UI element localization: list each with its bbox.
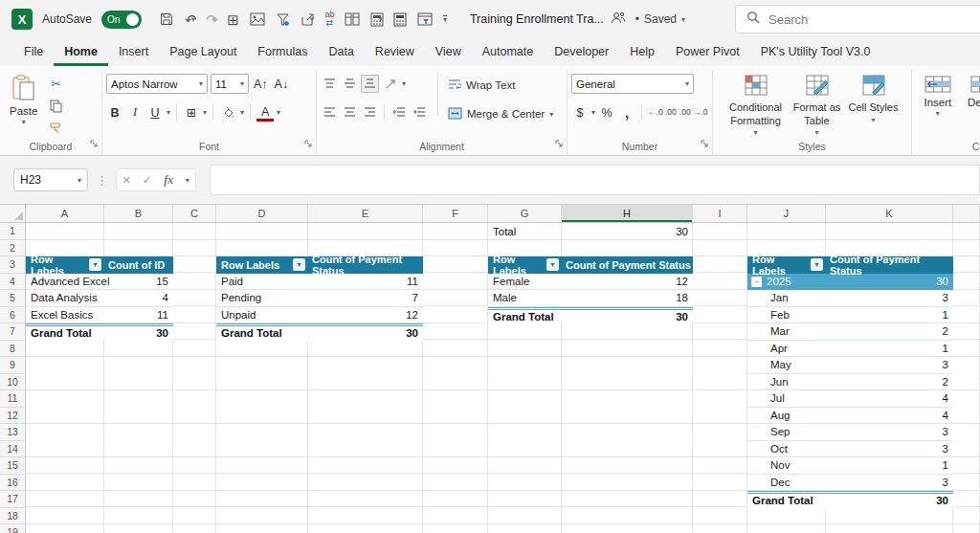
row-header-10[interactable]: 10 [0, 374, 25, 391]
tab-pks-utility-tool[interactable]: PK's Utility Tool V3.0 [750, 45, 881, 66]
orientation-button[interactable] [382, 75, 399, 93]
pivot4-grand-total-row[interactable]: Grand Total30 [747, 491, 953, 508]
enter-button[interactable]: ✓ [143, 173, 152, 187]
row-header-7[interactable]: 7 [0, 323, 25, 341]
row-header-14[interactable]: 14 [0, 441, 25, 458]
row-header-13[interactable]: 13 [0, 424, 25, 441]
tab-power-pivot[interactable]: Power Pivot [665, 45, 750, 66]
cut-button[interactable]: ✂ [47, 75, 64, 93]
insert-function-button[interactable]: fx [164, 173, 173, 188]
borders-grid-icon[interactable]: ⊞ [227, 12, 239, 27]
picture-icon[interactable] [250, 12, 265, 26]
pivot2-value-header[interactable]: Count of Payment Status [308, 256, 423, 274]
font-dialog-launcher-icon[interactable] [304, 135, 313, 152]
pivot1-filter-icon[interactable]: ▼ [89, 258, 101, 271]
pivot3-value-header[interactable]: Count of Payment Status [562, 256, 693, 274]
pivot4-month-row[interactable]: May3 [747, 357, 953, 374]
calculator-dark-icon[interactable] [393, 12, 407, 27]
comma-format-button[interactable]: , [618, 103, 635, 122]
pivot3-row[interactable]: Female12 [488, 274, 693, 291]
italic-button[interactable]: I [126, 103, 144, 122]
row-header-4[interactable]: 4 [0, 274, 25, 291]
tab-page-layout[interactable]: Page Layout [159, 45, 247, 66]
paste-button[interactable]: Paste ▾ [4, 72, 43, 128]
underline-button[interactable]: U [146, 103, 164, 122]
save-icon[interactable] [159, 11, 174, 27]
pivot2-row[interactable]: Unpaid12 [216, 307, 423, 324]
pivot4-month-row[interactable]: Apr1 [747, 341, 953, 358]
align-center-button[interactable] [341, 103, 358, 122]
row-header-18[interactable]: 18 [0, 508, 25, 525]
decrease-decimal-button[interactable]: .00 →.0 [679, 108, 708, 117]
pivot4-month-row[interactable]: Dec3 [747, 475, 953, 492]
align-right-button[interactable] [361, 103, 378, 122]
column-header-c[interactable]: C [173, 205, 216, 222]
font-size-select[interactable]: 11▾ [211, 74, 249, 94]
number-dialog-launcher-icon[interactable] [701, 135, 709, 152]
tab-data[interactable]: Data [318, 45, 364, 66]
customize-qat-icon[interactable]: ▾ [443, 15, 447, 24]
tab-developer[interactable]: Developer [544, 45, 619, 66]
pivot1-row[interactable]: Excel Basics11 [26, 307, 173, 324]
merge-center-button[interactable]: Merge & Center ▾ [448, 103, 553, 124]
column-header-k[interactable]: K [826, 205, 953, 222]
column-header-a[interactable]: A [26, 205, 104, 222]
excel-logo-icon[interactable]: X [11, 9, 33, 30]
increase-font-button[interactable]: A↑ [252, 75, 270, 93]
row-header-9[interactable]: 9 [0, 357, 25, 374]
find-replace-icon[interactable]: ab⇄ [324, 11, 334, 28]
pivot4-row-labels-header[interactable]: Row Labels [752, 254, 811, 277]
pivot4-month-row[interactable]: Nov1 [747, 457, 953, 475]
row-header-15[interactable]: 15 [0, 457, 25, 475]
row-header-8[interactable]: 8 [0, 341, 25, 358]
tab-file[interactable]: File [13, 45, 54, 66]
pivot4-month-row[interactable]: Oct3 [747, 441, 953, 458]
pivot4-month-row[interactable]: Jul4 [747, 390, 953, 408]
pivot4-filter-icon[interactable]: ▼ [811, 258, 823, 271]
align-left-button[interactable] [321, 103, 338, 122]
row-header-1[interactable]: 1 [0, 223, 25, 240]
saved-status[interactable]: • Saved ▾ [635, 12, 685, 26]
row-header-16[interactable]: 16 [0, 475, 25, 492]
bold-button[interactable]: B [106, 103, 123, 122]
share-icon[interactable]: ▾ [301, 12, 315, 27]
pivot3-grand-total-row[interactable]: Grand Total30 [488, 307, 693, 324]
column-header-partial[interactable] [953, 205, 980, 222]
row-header-12[interactable]: 12 [0, 408, 25, 425]
cell-g1-total-label[interactable]: Total [488, 223, 562, 240]
tab-automate[interactable]: Automate [472, 45, 545, 66]
number-format-select[interactable]: General▾ [571, 74, 694, 94]
search-input[interactable] [768, 12, 941, 27]
pivot4-month-row[interactable]: Sep3 [747, 424, 953, 441]
clipboard-dialog-launcher-icon[interactable] [90, 135, 99, 152]
alignment-dialog-launcher-icon[interactable] [555, 135, 564, 152]
tab-view[interactable]: View [425, 45, 472, 66]
tab-help[interactable]: Help [619, 45, 665, 66]
column-header-g[interactable]: G [488, 205, 562, 222]
increase-decimal-button[interactable]: ←.0 .00 [648, 108, 677, 117]
tab-home[interactable]: Home [54, 45, 108, 66]
pivot2-filter-icon[interactable]: ▼ [293, 258, 305, 271]
filter-settings-icon[interactable] [276, 12, 290, 27]
column-header-f[interactable]: F [423, 205, 488, 222]
search-box[interactable] [735, 5, 980, 33]
pivot3-row-labels-header[interactable]: Row Labels [493, 254, 546, 277]
row-header-2[interactable]: 2 [0, 240, 25, 257]
name-box[interactable]: H23 ▾ [13, 168, 88, 191]
pivot1-row[interactable]: Data Analysis4 [26, 290, 173, 307]
cell-h1-total-value[interactable]: 30 [562, 223, 693, 240]
select-all-button[interactable] [0, 205, 26, 222]
pivot2-grand-total-row[interactable]: Grand Total30 [216, 323, 423, 341]
pivot2-row-labels-header[interactable]: Row Labels [221, 259, 279, 271]
column-header-d[interactable]: D [216, 205, 308, 222]
wrap-text-button[interactable]: Wrap Text [448, 75, 553, 96]
font-color-button[interactable]: A [256, 103, 274, 122]
column-header-b[interactable]: B [104, 205, 173, 222]
insert-cells-button[interactable]: Insert ▾ [916, 72, 960, 118]
top-align-button[interactable] [321, 75, 338, 93]
tab-review[interactable]: Review [365, 45, 425, 66]
currency-format-button[interactable]: $ [571, 103, 589, 122]
pivot1-row[interactable]: Advanced Excel15 [26, 274, 173, 291]
decrease-indent-button[interactable] [390, 103, 408, 122]
column-header-i[interactable]: I [693, 205, 747, 222]
